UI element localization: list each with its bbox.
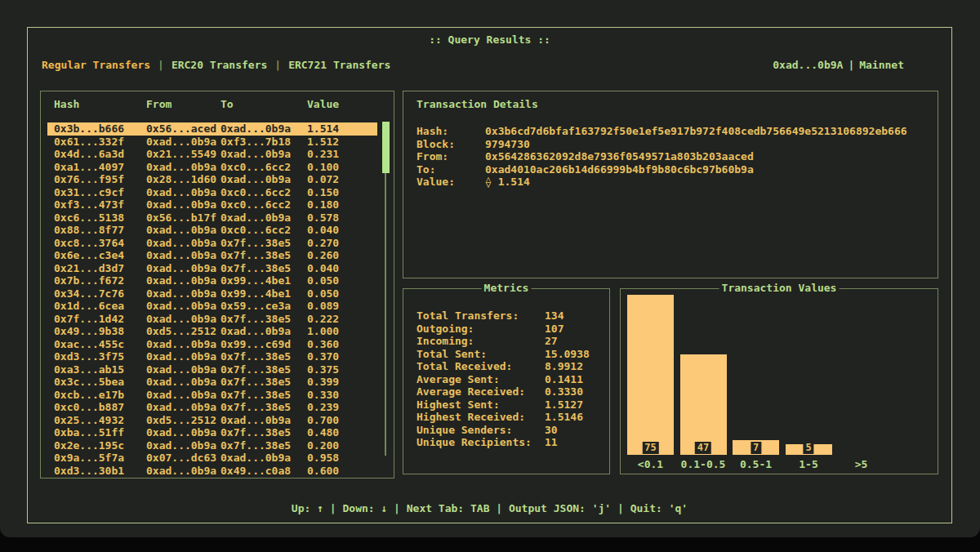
tab-erc20-transfers[interactable]: ERC20 Transfers	[172, 59, 267, 71]
tab-separator: |	[150, 59, 172, 71]
details-label: To:	[416, 163, 485, 176]
cell-hash: 0x21...d3d7	[54, 262, 146, 275]
cell-to: 0xad...0b9a	[220, 173, 307, 186]
metric-label: Total Received:	[416, 360, 545, 373]
cell-hash: 0x31...c9cf	[54, 186, 146, 199]
cell-from: 0xad...0b9a	[146, 363, 220, 376]
table-row[interactable]: 0x76...f95f0x28...1d600xad...0b9a0.072	[47, 173, 377, 186]
bar-chart: 75<0.1470.1-0.570.5-151-5>5	[621, 289, 938, 474]
cell-from: 0xad...0b9a	[146, 274, 220, 287]
cell-from: 0xad...0b9a	[146, 300, 220, 313]
table-row[interactable]: 0x9a...5f7a0x07...dc630xad...0b9a0.958	[47, 452, 377, 465]
cell-hash: 0x76...f95f	[54, 173, 146, 186]
transaction-values-chart-panel: Transaction Values 75<0.1470.1-0.570.5-1…	[620, 288, 938, 474]
cell-from: 0xad...0b9a	[146, 376, 220, 389]
metric-label: Unique Recipients:	[416, 436, 545, 449]
cell-to: 0x7f...38e5	[220, 363, 307, 376]
cell-value: 0.578	[307, 211, 377, 225]
cell-from: 0xad...0b9a	[146, 439, 220, 452]
cell-from: 0xad...0b9a	[146, 426, 220, 439]
cell-hash: 0xc0...b887	[54, 401, 146, 414]
table-row[interactable]: 0xd3...3f750xad...0b9a0x7f...38e50.370	[47, 350, 377, 363]
chart-bar: 5	[786, 444, 832, 455]
metric-row: Incoming:27	[416, 335, 604, 348]
details-label: Hash:	[416, 125, 485, 138]
table-row[interactable]: 0x31...c9cf0xad...0b9a0xc0...6cc20.150	[47, 186, 377, 199]
table-row[interactable]: 0x61...332f0xad...0b9a0xf3...7b181.512	[47, 136, 377, 149]
table-row[interactable]: 0xa1...40970xad...0b9a0xc0...6cc20.100	[47, 161, 377, 174]
table-row[interactable]: 0xc8...37640xad...0b9a0x7f...38e50.270	[47, 237, 377, 250]
cell-value: 0.375	[307, 363, 377, 376]
cell-value: 0.180	[307, 198, 377, 211]
cell-hash: 0x7b...f672	[54, 274, 146, 287]
cell-value: 0.700	[307, 414, 377, 427]
metric-value: 107	[545, 323, 564, 336]
table-row[interactable]: 0x3b...b6660x56...aced0xad...0b9a1.514	[47, 122, 377, 136]
table-row[interactable]: 0x25...49320xd5...25120xad...0b9a0.700	[47, 414, 377, 427]
cell-hash: 0x49...9b38	[54, 325, 146, 338]
cell-value: 0.370	[307, 350, 377, 363]
bar-category-label: 0.1-0.5	[680, 458, 727, 470]
table-row[interactable]: 0x2e...195c0xad...0b9a0x7f...38e50.200	[47, 439, 377, 452]
table-row[interactable]: 0xc0...b8870xad...0b9a0x7f...38e50.239	[47, 401, 377, 414]
cell-value: 0.040	[307, 224, 377, 237]
bar-value-label: 47	[695, 442, 711, 454]
cell-hash: 0x88...8f77	[54, 224, 146, 237]
cell-to: 0xad...0b9a	[220, 414, 307, 427]
metric-value: 30	[545, 424, 558, 437]
bar-value-label: 5	[803, 442, 813, 454]
table-row[interactable]: 0xd3...30b10xad...0b9a0x49...c0a80.600	[47, 465, 377, 478]
table-row[interactable]: 0xba...51ff0xad...0b9a0x7f...38e50.480	[47, 426, 377, 439]
cell-from: 0xad...0b9a	[146, 389, 220, 402]
details-label: Block:	[416, 138, 485, 151]
cell-hash: 0xc8...3764	[54, 237, 146, 250]
metric-value: 0.3330	[545, 385, 583, 398]
table-row[interactable]: 0x1d...6cea0xad...0b9a0x59...ce3a0.089	[47, 300, 377, 313]
table-row[interactable]: 0xf3...473f0xad...0b9a0xc0...6cc20.180	[47, 198, 377, 211]
cell-from: 0xd5...2512	[146, 414, 220, 427]
table-row[interactable]: 0x7f...1d420xad...0b9a0x7f...38e50.222	[47, 313, 377, 326]
cell-from: 0xad...0b9a	[146, 224, 220, 237]
metric-row: Average Received:0.3330	[416, 385, 604, 398]
tabs: Regular Transfers|ERC20 Transfers|ERC721…	[42, 59, 390, 71]
metric-label: Highest Received:	[416, 411, 545, 424]
cell-to: 0x7f...38e5	[220, 313, 307, 326]
cell-to: 0xc0...6cc2	[220, 186, 307, 199]
metric-row: Highest Received:1.5146	[416, 411, 604, 424]
table-row[interactable]: 0x49...9b380xd5...25120xad...0b9a1.000	[47, 325, 377, 338]
column-header-value: Value	[307, 98, 377, 110]
table-row[interactable]: 0x34...7c760xad...0b9a0x99...4be10.050	[47, 287, 377, 300]
table-row[interactable]: 0x88...8f770xad...0b9a0xc0...6cc20.040	[47, 224, 377, 237]
metric-row: Unique Recipients:11	[416, 436, 604, 449]
network-name: Mainnet	[859, 59, 904, 71]
cell-from: 0x56...aced	[146, 122, 220, 136]
table-row[interactable]: 0xc6...51380x56...b17f0xad...0b9a0.578	[47, 211, 377, 225]
cell-hash: 0x9a...5f7a	[54, 452, 146, 465]
metric-label: Total Sent:	[416, 348, 545, 361]
metric-row: Total Sent:15.0938	[416, 348, 604, 361]
table-row[interactable]: 0xcb...e17b0xad...0b9a0x7f...38e50.330	[47, 389, 377, 402]
cell-to: 0x7f...38e5	[220, 389, 307, 402]
cell-hash: 0xba...51ff	[54, 426, 146, 439]
cell-from: 0xad...0b9a	[146, 350, 220, 363]
table-row[interactable]: 0x4d...6a3d0x21...55490xad...0b9a0.231	[47, 148, 377, 161]
table-row[interactable]: 0xac...455c0xad...0b9a0x99...c69d0.360	[47, 338, 377, 351]
table-row[interactable]: 0xa3...ab150xad...0b9a0x7f...38e50.375	[47, 363, 377, 376]
tab-erc721-transfers[interactable]: ERC721 Transfers	[288, 59, 390, 71]
scrollbar-thumb[interactable]	[382, 122, 390, 173]
cell-to: 0xad...0b9a	[220, 325, 307, 338]
cell-from: 0xad...0b9a	[146, 237, 220, 250]
table-row[interactable]: 0x3c...5bea0xad...0b9a0x7f...38e50.399	[47, 376, 377, 389]
details-value: 0xad4010ac206b14d66999b4bf9b80c6bc97b60b…	[485, 163, 754, 176]
column-header-to: To	[220, 98, 307, 110]
table-row[interactable]: 0x21...d3d70xad...0b9a0x7f...38e50.040	[47, 262, 377, 275]
cell-from: 0xad...0b9a	[146, 401, 220, 414]
cell-hash: 0xd3...30b1	[54, 465, 146, 478]
tab-regular-transfers[interactable]: Regular Transfers	[42, 59, 150, 71]
cell-hash: 0xd3...3f75	[54, 350, 146, 363]
chart-bar: 75	[627, 295, 674, 455]
cell-value: 0.089	[307, 300, 377, 313]
table-row[interactable]: 0x6e...c3e40xad...0b9a0x7f...38e50.260	[47, 249, 377, 262]
cell-value: 0.072	[307, 173, 377, 186]
table-row[interactable]: 0x7b...f6720xad...0b9a0x99...4be10.050	[47, 274, 377, 287]
